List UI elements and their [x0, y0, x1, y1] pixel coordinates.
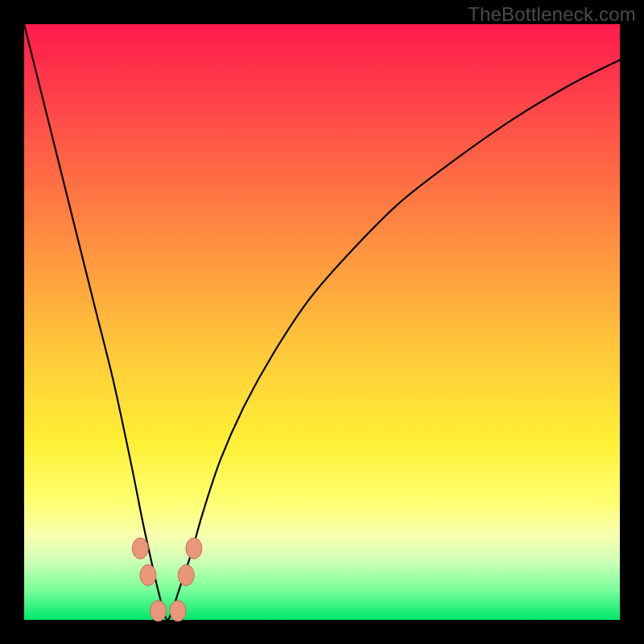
trough-marker [178, 565, 194, 586]
trough-marker [151, 601, 167, 621]
trough-marker [186, 538, 202, 559]
bottleneck-curve [24, 24, 620, 620]
trough-markers-group [132, 538, 202, 621]
plot-area [24, 24, 620, 620]
trough-marker [140, 565, 156, 586]
chart-stage: TheBottleneck.com [0, 0, 644, 644]
trough-marker [132, 538, 148, 559]
trough-marker [170, 601, 186, 621]
watermark-text: TheBottleneck.com [468, 3, 636, 26]
curve-svg [24, 24, 620, 620]
